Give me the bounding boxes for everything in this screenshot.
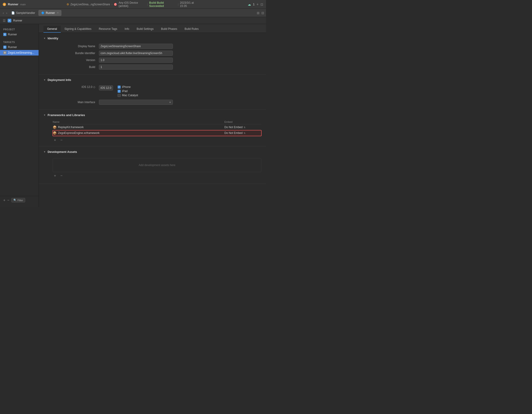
frameworks-toggle-icon: ▼ <box>43 114 46 116</box>
replaykit-embed[interactable]: Do Not Embed ⇅ <box>224 126 261 129</box>
nav-forward[interactable]: › <box>5 11 8 15</box>
title-bar-center: ⚙ ZegoLiveStrea...ngScreenShare › 🎯 Any … <box>66 1 200 8</box>
ipad-label: iPad <box>122 89 128 93</box>
main-interface-dropdown[interactable]: ▼ <box>99 100 173 105</box>
iphone-checkbox-row[interactable]: ✓ iPhone <box>118 85 138 89</box>
tab-build-settings[interactable]: Build Settings <box>133 26 157 33</box>
frameworks-section-header[interactable]: ▼ Frameworks and Libraries <box>39 113 266 119</box>
tab-runner[interactable]: 🔷 Runner ✕ <box>38 10 61 16</box>
tab-close-icon[interactable]: ✕ <box>57 11 59 14</box>
sidebar-filter-button[interactable]: 🔍 Filter <box>11 198 25 202</box>
zego-framework-embed[interactable]: Do Not Embed ⇅ <box>224 131 261 135</box>
cloud-badge: 1 <box>253 2 255 6</box>
dev-assets-add-button[interactable]: + <box>53 173 57 178</box>
display-name-input[interactable] <box>99 44 173 49</box>
tab-runner-label: Runner <box>46 11 55 15</box>
iphone-checkbox[interactable]: ✓ <box>118 86 121 89</box>
targets-section-label: TARGETS <box>0 39 38 44</box>
sidebar-bottom: + − 🔍 Filter <box>0 196 38 204</box>
bundle-id-row: Bundle Identifier <box>39 50 266 57</box>
mac-catalyst-checkbox-row[interactable]: Mac Catalyst <box>118 94 138 97</box>
deployment-row: iOS 12.0 ◇ iOS 12.0 ✓ iPhone ✓ <box>39 84 266 98</box>
sidebar: PROJECT R Runner TARGETS R Runner ⚙ Zego… <box>0 24 39 207</box>
content-tabs: General Signing & Capabilities Resource … <box>39 24 266 33</box>
dev-assets-section-header[interactable]: ▼ Development Assets <box>39 150 266 156</box>
replaykit-icon: 📦 <box>53 125 57 129</box>
app-subtitle: main <box>20 3 26 6</box>
zego-embed-value: Do Not Embed <box>224 131 243 135</box>
dropdown-arrow-icon: ▼ <box>169 101 171 104</box>
tab-signing[interactable]: Signing & Capabilities <box>61 26 95 33</box>
frameworks-add-button[interactable]: + <box>53 138 57 142</box>
sidebar-add-button[interactable]: + <box>3 198 5 202</box>
replaykit-embed-stepper[interactable]: ⇅ <box>244 126 246 128</box>
ios-version-select[interactable]: iOS 12.0 <box>99 85 113 90</box>
zego-framework-name: 📦 ZegoExpressEngine.xcframework <box>53 131 224 135</box>
window-controls[interactable]: ⊡ <box>260 2 263 6</box>
title-bar: ▲ Runner main ⚙ ZegoLiveStrea...ngScreen… <box>0 0 266 9</box>
sidebar-item-runner-target[interactable]: R Runner <box>0 44 38 50</box>
tab-samplehandler[interactable]: 📄 SampleHandler <box>9 10 38 16</box>
dev-assets-section-title: Development Assets <box>48 150 77 154</box>
content-body: ▼ Identity Display Name Bundle Identifie… <box>39 33 266 184</box>
filter-label: Filter <box>18 199 23 202</box>
content-area: General Signing & Capabilities Resource … <box>39 24 266 207</box>
build-input[interactable] <box>99 65 173 70</box>
dev-assets-remove-button[interactable]: − <box>59 173 64 178</box>
nav-back[interactable]: ‹ <box>2 11 5 15</box>
project-section-label: PROJECT <box>0 27 38 32</box>
identity-toggle-icon: ▼ <box>43 37 46 39</box>
tab-build-rules[interactable]: Build Rules <box>181 26 202 33</box>
add-button[interactable]: + <box>256 2 259 7</box>
zego-embed-stepper[interactable]: ⇅ <box>244 132 246 134</box>
dev-assets-toggle-icon: ▼ <box>43 151 46 153</box>
device-name: Any iOS Device (arm64) <box>119 1 146 8</box>
identity-section-title: Identity <box>48 37 58 40</box>
sidebar-item-runner-project[interactable]: R Runner <box>0 32 38 37</box>
name-column-header: Name <box>53 120 224 123</box>
sidebar-toggle[interactable]: ☰ <box>3 19 6 22</box>
deployment-section-header[interactable]: ▼ Deployment Info <box>39 78 266 84</box>
title-bar-right: ☁ 1 + ⊡ <box>248 2 263 7</box>
version-input[interactable] <box>99 58 173 63</box>
iphone-label: iPhone <box>122 85 131 89</box>
replaykit-embed-value: Do Not Embed <box>224 126 243 129</box>
tab-general[interactable]: General <box>43 26 61 33</box>
app-name: Runner <box>8 2 19 6</box>
version-label: Version <box>53 59 99 62</box>
identity-section-header[interactable]: ▼ Identity <box>39 37 266 43</box>
tab-split-icon[interactable]: ⊟ <box>261 11 264 15</box>
frameworks-section: ▼ Frameworks and Libraries Name Embed 📦 … <box>39 110 266 146</box>
tab-layout-icon[interactable]: ⊞ <box>257 11 259 15</box>
filter-icon: 🔍 <box>13 199 17 202</box>
tab-build-phases[interactable]: Build Phases <box>157 26 181 33</box>
main-interface-label: Main Interface <box>53 101 99 104</box>
framework-row-replaykit[interactable]: 📦 ReplayKit.framework Do Not Embed ⇅ <box>53 124 261 130</box>
dev-assets-placeholder: Add development assets here <box>139 164 175 167</box>
dev-assets-area: Add development assets here + − <box>39 158 266 178</box>
build-label: Build <box>53 65 99 69</box>
dev-assets-section: ▼ Development Assets Add development ass… <box>39 146 266 184</box>
framework-row-zego[interactable]: 📦 ZegoExpressEngine.xcframework Do Not E… <box>53 130 261 136</box>
sidebar-item-zego-target[interactable]: ⚙ ZegoLiveStreaming... <box>0 50 38 56</box>
tab-runner-icon: 🔷 <box>41 11 45 15</box>
platform-checkboxes: ✓ iPhone ✓ iPad Mac Catalyst <box>118 85 138 97</box>
main-interface-row: Main Interface ▼ <box>39 98 266 106</box>
sidebar-remove-button[interactable]: − <box>7 198 9 202</box>
app-icon: ▲ <box>3 3 6 6</box>
bundle-id-input[interactable] <box>99 51 173 56</box>
replaykit-label: ReplayKit.framework <box>58 126 84 129</box>
deployment-section: ▼ Deployment Info iOS 12.0 ◇ iOS 12.0 ✓ … <box>39 74 266 110</box>
device-label: 🎯 <box>114 3 117 6</box>
tab-info[interactable]: Info <box>121 26 133 33</box>
build-date: 2023/3/1 at 15:35 <box>180 1 200 8</box>
ipad-checkbox-row[interactable]: ✓ iPad <box>118 89 138 93</box>
tab-bar: ‹ › 📄 SampleHandler 🔷 Runner ✕ ⊞ ⊟ <box>0 9 266 17</box>
cloud-icon: ☁ <box>248 2 251 6</box>
frameworks-remove-button[interactable]: − <box>59 138 64 142</box>
runner-header: ☰ R Runner <box>0 17 266 24</box>
tab-resource-tags[interactable]: Resource Tags <box>95 26 121 33</box>
mac-catalyst-checkbox[interactable] <box>118 94 121 97</box>
ipad-checkbox[interactable]: ✓ <box>118 90 121 93</box>
zego-target-icon: ⚙ <box>3 51 7 54</box>
